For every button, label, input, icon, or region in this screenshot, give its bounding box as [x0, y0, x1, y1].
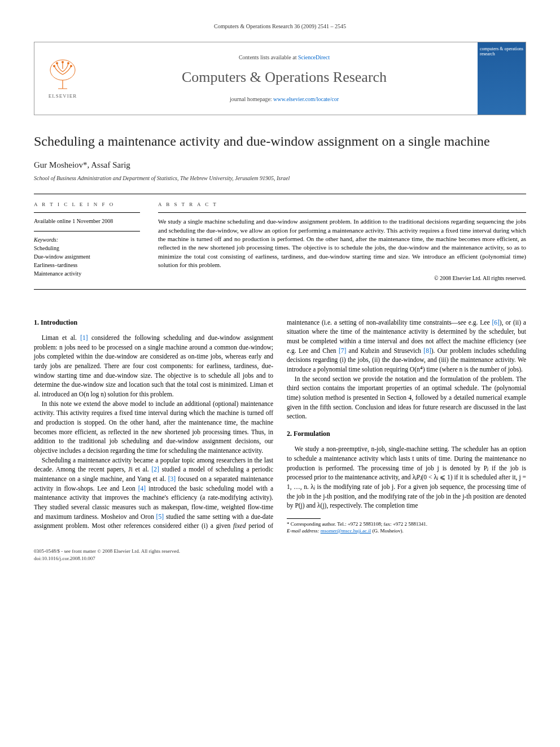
keyword: Maintenance activity [34, 269, 140, 278]
email-suffix: (G. Mosheiov). [371, 528, 404, 534]
body-paragraph: Liman et al. [1] considered the followin… [34, 333, 273, 399]
text-run: and Kubzin and Strusevich [346, 347, 423, 354]
abstract-block: A B S T R A C T We study a single machin… [147, 194, 526, 289]
citation-link[interactable]: [2] [151, 466, 159, 473]
article-affiliation: School of Business Administration and De… [34, 174, 526, 182]
divider [34, 231, 140, 231]
citation-link[interactable]: [4] [138, 485, 146, 492]
citation-link[interactable]: [6] [492, 319, 499, 326]
journal-cover-thumbnail: computers & operations research [478, 42, 526, 115]
abstract-text: We study a single machine scheduling and… [158, 217, 526, 269]
text-run: Liman et al. [42, 334, 80, 341]
footnote-separator [287, 518, 321, 519]
footnote-line: * Corresponding author. Tel.: +972 2 588… [287, 521, 526, 528]
divider [158, 212, 526, 213]
available-online: Available online 1 November 2008 [34, 217, 140, 225]
citation-link[interactable]: [5] [156, 513, 164, 520]
info-abstract-bottom-rule [34, 289, 526, 290]
contents-available-line: Contents lists available at ScienceDirec… [239, 54, 330, 62]
journal-name: Computers & Operations Research [182, 67, 387, 88]
page-footer: 0305-0548/$ - see front matter © 2008 El… [34, 548, 526, 562]
cover-title-text: computers & operations research [480, 47, 523, 57]
contents-prefix: Contents lists available at [239, 54, 298, 60]
citation-link[interactable]: [8] [423, 347, 431, 354]
running-header: Computers & Operations Research 36 (2009… [34, 23, 526, 30]
text-run: considered the following scheduling and … [34, 334, 273, 397]
italic-text: fixed [233, 522, 246, 529]
citation-link[interactable]: [7] [339, 347, 346, 354]
footnote-email-line: E-mail address: msomer@mscc.huji.ac.il (… [287, 528, 526, 535]
keyword: Scheduling [34, 244, 140, 252]
info-abstract-row: A R T I C L E I N F O Available online 1… [34, 194, 526, 289]
journal-homepage-link[interactable]: www.elsevier.com/locate/cor [273, 96, 339, 102]
body-paragraph: In the second section we provide the not… [287, 374, 526, 421]
journal-homepage-line: journal homepage: www.elsevier.com/locat… [230, 95, 339, 103]
svg-point-5 [62, 61, 64, 63]
section-1-heading: 1. Introduction [34, 318, 273, 327]
article-authors: Gur Mosheiov*, Assaf Sarig [34, 159, 526, 171]
body-columns: 1. Introduction Liman et al. [1] conside… [34, 318, 526, 535]
front-matter-line: 0305-0548/$ - see front matter © 2008 El… [34, 548, 526, 555]
divider [34, 212, 140, 213]
svg-point-3 [56, 62, 58, 64]
keywords-heading: Keywords: [34, 236, 140, 244]
article-title: Scheduling a maintenance activity and du… [34, 132, 526, 151]
corresponding-author-footnote: * Corresponding author. Tel.: +972 2 588… [287, 521, 526, 534]
citation-link[interactable]: [1] [80, 334, 88, 341]
keyword: Earliness–tardiness [34, 261, 140, 269]
abstract-copyright: © 2008 Elsevier Ltd. All rights reserved… [158, 274, 526, 282]
elsevier-tree-icon [46, 58, 80, 91]
homepage-prefix: journal homepage: [230, 96, 273, 102]
author-email-link[interactable]: msomer@mscc.huji.ac.il [321, 528, 371, 534]
article-info-heading: A R T I C L E I N F O [34, 201, 140, 208]
citation-link[interactable]: [3] [168, 475, 176, 482]
abstract-heading: A B S T R A C T [158, 201, 526, 208]
svg-point-2 [70, 65, 72, 67]
doi-line: doi:10.1016/j.cor.2008.10.007 [34, 555, 526, 562]
journal-header-box: ELSEVIER Contents lists available at Sci… [34, 42, 526, 115]
sciencedirect-link[interactable]: ScienceDirect [298, 54, 330, 60]
email-label: E-mail address: [287, 528, 321, 534]
publisher-name: ELSEVIER [49, 93, 77, 100]
body-paragraph: In this note we extend the above model t… [34, 399, 273, 456]
article-info-block: A R T I C L E I N F O Available online 1… [34, 194, 147, 289]
svg-point-1 [53, 65, 55, 67]
section-2-heading: 2. Formulation [287, 429, 526, 439]
svg-point-4 [67, 62, 69, 64]
journal-header-center: Contents lists available at ScienceDirec… [91, 42, 478, 115]
keyword: Due-window assignment [34, 252, 140, 261]
body-paragraph: We study a non-preemptive, n-job, single… [287, 444, 526, 510]
publisher-logo: ELSEVIER [34, 42, 91, 115]
